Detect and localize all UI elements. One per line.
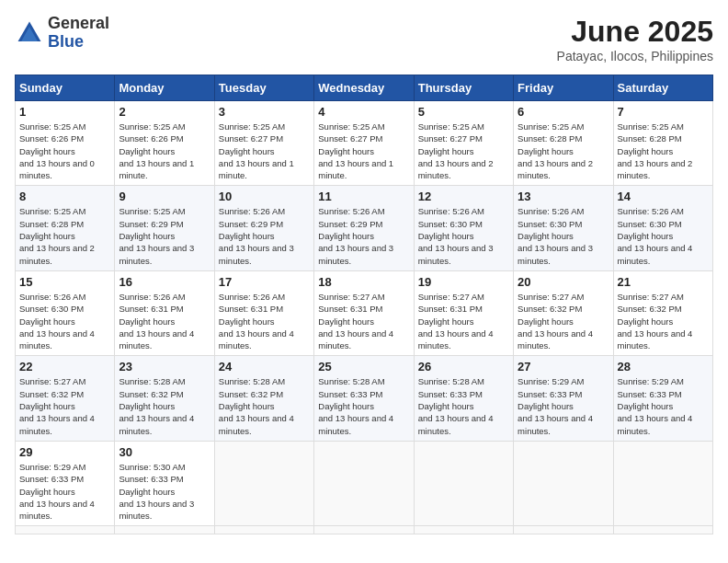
day-info-25: Sunrise: 5:28 AM Sunset: 6:33 PM Dayligh… xyxy=(318,375,409,436)
day-number-1: 1 xyxy=(19,105,110,119)
day-number-13: 13 xyxy=(518,190,609,203)
day-cell-30: 30 Sunrise: 5:30 AM Sunset: 6:33 PM Dayl… xyxy=(115,441,214,525)
day-number-23: 23 xyxy=(119,360,210,373)
day-info-16: Sunrise: 5:26 AM Sunset: 6:31 PM Dayligh… xyxy=(119,291,210,351)
day-info-5: Sunrise: 5:25 AM Sunset: 6:27 PM Dayligh… xyxy=(418,121,509,181)
day-info-18: Sunrise: 5:27 AM Sunset: 6:31 PM Dayligh… xyxy=(318,291,409,351)
day-number-27: 27 xyxy=(518,360,609,373)
day-info-7: Sunrise: 5:25 AM Sunset: 6:28 PM Dayligh… xyxy=(618,121,709,181)
logo-text: General Blue xyxy=(48,15,109,52)
day-number-5: 5 xyxy=(418,105,509,119)
day-cell-12: 12 Sunrise: 5:26 AM Sunset: 6:30 PM Dayl… xyxy=(414,186,513,270)
page-header: General Blue June 2025 Patayac, Ilocos, … xyxy=(15,15,713,63)
day-cell-15: 15 Sunrise: 5:26 AM Sunset: 6:30 PM Dayl… xyxy=(16,270,115,355)
day-cell-26: 26 Sunrise: 5:28 AM Sunset: 6:33 PM Dayl… xyxy=(414,356,513,441)
day-number-20: 20 xyxy=(518,275,609,289)
day-cell-22: 22 Sunrise: 5:27 AM Sunset: 6:32 PM Dayl… xyxy=(16,356,115,441)
day-number-7: 7 xyxy=(618,105,709,119)
day-number-25: 25 xyxy=(318,360,409,373)
day-number-26: 26 xyxy=(418,360,509,373)
day-cell-16: 16 Sunrise: 5:26 AM Sunset: 6:31 PM Dayl… xyxy=(115,270,214,355)
day-number-2: 2 xyxy=(119,105,210,119)
day-cell-18: 18 Sunrise: 5:27 AM Sunset: 6:31 PM Dayl… xyxy=(314,270,414,355)
empty-cell xyxy=(613,526,712,534)
empty-cell xyxy=(16,526,115,534)
week-row-1: 1 Sunrise: 5:25 AM Sunset: 6:26 PM Dayli… xyxy=(16,101,713,186)
day-number-10: 10 xyxy=(219,190,310,203)
calendar-body: 1 Sunrise: 5:25 AM Sunset: 6:26 PM Dayli… xyxy=(16,101,713,534)
logo-icon xyxy=(15,18,44,48)
day-info-8: Sunrise: 5:25 AM Sunset: 6:28 PM Dayligh… xyxy=(19,205,110,266)
day-info-27: Sunrise: 5:29 AM Sunset: 6:33 PM Dayligh… xyxy=(518,375,609,436)
day-info-2: Sunrise: 5:25 AM Sunset: 6:26 PM Dayligh… xyxy=(119,121,210,181)
week-row-5: 29 Sunrise: 5:29 AM Sunset: 6:33 PM Dayl… xyxy=(16,441,713,525)
day-cell-10: 10 Sunrise: 5:26 AM Sunset: 6:29 PM Dayl… xyxy=(214,186,313,270)
day-cell-19: 19 Sunrise: 5:27 AM Sunset: 6:31 PM Dayl… xyxy=(414,270,513,355)
day-info-20: Sunrise: 5:27 AM Sunset: 6:32 PM Dayligh… xyxy=(518,291,609,351)
empty-cell xyxy=(613,441,712,525)
week-row-3: 15 Sunrise: 5:26 AM Sunset: 6:30 PM Dayl… xyxy=(16,270,713,355)
header-wednesday: Wednesday xyxy=(314,75,414,101)
day-cell-4: 4 Sunrise: 5:25 AM Sunset: 6:27 PM Dayli… xyxy=(314,101,414,186)
day-info-6: Sunrise: 5:25 AM Sunset: 6:28 PM Dayligh… xyxy=(518,121,609,181)
empty-cell xyxy=(514,441,613,525)
day-cell-11: 11 Sunrise: 5:26 AM Sunset: 6:29 PM Dayl… xyxy=(314,186,414,270)
day-info-21: Sunrise: 5:27 AM Sunset: 6:32 PM Dayligh… xyxy=(618,291,709,351)
day-info-4: Sunrise: 5:25 AM Sunset: 6:27 PM Dayligh… xyxy=(318,121,409,181)
day-number-11: 11 xyxy=(318,190,409,203)
day-info-23: Sunrise: 5:28 AM Sunset: 6:32 PM Dayligh… xyxy=(119,375,210,436)
day-cell-29: 29 Sunrise: 5:29 AM Sunset: 6:33 PM Dayl… xyxy=(16,441,115,525)
day-number-8: 8 xyxy=(19,190,110,203)
day-info-3: Sunrise: 5:25 AM Sunset: 6:27 PM Dayligh… xyxy=(219,121,310,181)
day-info-12: Sunrise: 5:26 AM Sunset: 6:30 PM Dayligh… xyxy=(418,205,509,266)
day-cell-17: 17 Sunrise: 5:26 AM Sunset: 6:31 PM Dayl… xyxy=(214,270,313,355)
day-number-3: 3 xyxy=(219,105,310,119)
header-sunday: Sunday xyxy=(16,75,115,101)
day-number-21: 21 xyxy=(618,275,709,289)
day-cell-21: 21 Sunrise: 5:27 AM Sunset: 6:32 PM Dayl… xyxy=(613,270,712,355)
day-cell-1: 1 Sunrise: 5:25 AM Sunset: 6:26 PM Dayli… xyxy=(16,101,115,186)
empty-cell xyxy=(414,441,513,525)
empty-cell xyxy=(115,526,214,534)
day-info-11: Sunrise: 5:26 AM Sunset: 6:29 PM Dayligh… xyxy=(318,205,409,266)
day-number-17: 17 xyxy=(219,275,310,289)
day-number-16: 16 xyxy=(119,275,210,289)
day-cell-24: 24 Sunrise: 5:28 AM Sunset: 6:32 PM Dayl… xyxy=(214,356,313,441)
day-number-18: 18 xyxy=(318,275,409,289)
day-info-13: Sunrise: 5:26 AM Sunset: 6:30 PM Dayligh… xyxy=(518,205,609,266)
day-cell-2: 2 Sunrise: 5:25 AM Sunset: 6:26 PM Dayli… xyxy=(115,101,214,186)
day-info-26: Sunrise: 5:28 AM Sunset: 6:33 PM Dayligh… xyxy=(418,375,509,436)
day-info-30: Sunrise: 5:30 AM Sunset: 6:33 PM Dayligh… xyxy=(119,461,210,522)
empty-cell xyxy=(514,526,613,534)
day-number-19: 19 xyxy=(418,275,509,289)
empty-cell xyxy=(314,526,414,534)
day-number-30: 30 xyxy=(119,445,210,459)
empty-cell xyxy=(314,441,414,525)
day-info-19: Sunrise: 5:27 AM Sunset: 6:31 PM Dayligh… xyxy=(418,291,509,351)
logo-general: General xyxy=(48,15,109,33)
month-title: June 2025 xyxy=(557,15,713,49)
weekday-header-row: Sunday Monday Tuesday Wednesday Thursday… xyxy=(16,75,713,101)
day-cell-14: 14 Sunrise: 5:26 AM Sunset: 6:30 PM Dayl… xyxy=(613,186,712,270)
day-info-9: Sunrise: 5:25 AM Sunset: 6:29 PM Dayligh… xyxy=(119,205,210,266)
day-number-4: 4 xyxy=(318,105,409,119)
day-cell-13: 13 Sunrise: 5:26 AM Sunset: 6:30 PM Dayl… xyxy=(514,186,613,270)
week-row-4: 22 Sunrise: 5:27 AM Sunset: 6:32 PM Dayl… xyxy=(16,356,713,441)
day-cell-27: 27 Sunrise: 5:29 AM Sunset: 6:33 PM Dayl… xyxy=(514,356,613,441)
title-block: June 2025 Patayac, Ilocos, Philippines xyxy=(557,15,713,63)
day-info-14: Sunrise: 5:26 AM Sunset: 6:30 PM Dayligh… xyxy=(618,205,709,266)
day-cell-3: 3 Sunrise: 5:25 AM Sunset: 6:27 PM Dayli… xyxy=(214,101,313,186)
day-cell-7: 7 Sunrise: 5:25 AM Sunset: 6:28 PM Dayli… xyxy=(613,101,712,186)
day-info-15: Sunrise: 5:26 AM Sunset: 6:30 PM Dayligh… xyxy=(19,291,110,351)
day-info-24: Sunrise: 5:28 AM Sunset: 6:32 PM Dayligh… xyxy=(219,375,310,436)
header-monday: Monday xyxy=(115,75,214,101)
calendar-table: Sunday Monday Tuesday Wednesday Thursday… xyxy=(15,75,713,534)
day-cell-5: 5 Sunrise: 5:25 AM Sunset: 6:27 PM Dayli… xyxy=(414,101,513,186)
day-cell-25: 25 Sunrise: 5:28 AM Sunset: 6:33 PM Dayl… xyxy=(314,356,414,441)
empty-cell xyxy=(414,526,513,534)
day-number-15: 15 xyxy=(19,275,110,289)
logo: General Blue xyxy=(15,15,109,52)
day-info-28: Sunrise: 5:29 AM Sunset: 6:33 PM Dayligh… xyxy=(618,375,709,436)
location: Patayac, Ilocos, Philippines xyxy=(557,49,713,63)
day-number-14: 14 xyxy=(618,190,709,203)
